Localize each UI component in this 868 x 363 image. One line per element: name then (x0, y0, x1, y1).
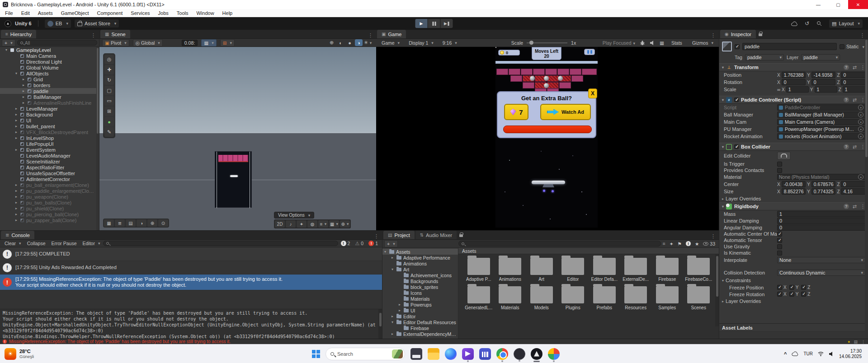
asset-folder[interactable]: Prefabs (589, 286, 620, 310)
debug-bug-icon[interactable] (640, 40, 645, 46)
paddle-controller-header[interactable]: ▾ # Paddle Controller (Script) ? ⇄ (719, 96, 868, 104)
task-view-icon[interactable] (410, 348, 422, 360)
object-reference-field[interactable]: rockets (Rocket Animation) (777, 133, 865, 140)
center-x-field[interactable]: -0.00438 (782, 181, 806, 187)
watch-ad-button[interactable]: Watch Ad (540, 104, 591, 120)
shaded-icon[interactable]: ◑ (137, 219, 146, 227)
tree-folder-item[interactable]: Editor Default Resources (382, 319, 458, 325)
foldout-icon[interactable]: ▾ (722, 98, 724, 102)
menu-item[interactable]: Assets (34, 10, 57, 16)
object-reference-field[interactable]: PaddleController (777, 104, 865, 111)
menu-item[interactable]: Edit (17, 10, 34, 16)
tab-scene[interactable]: ▦ Scene (100, 30, 130, 38)
game-mode-dropdown[interactable]: Game (379, 39, 402, 47)
expand-arrow-icon[interactable] (392, 314, 396, 318)
scene-gizmo-dropdown-icon[interactable]: ⊕ (340, 220, 350, 228)
asset-folder[interactable]: Editor Defa... (589, 258, 620, 282)
z-field[interactable]: 0 (841, 79, 865, 85)
asset-folder[interactable]: Art (526, 258, 557, 282)
object-reference-field[interactable]: BallManager (Ball Manager) (777, 112, 865, 118)
hierarchy-item[interactable]: LevelAudioManager (0, 153, 99, 158)
scene-overlay-dropdown[interactable]: ✳ (364, 39, 372, 46)
2d-toggle[interactable]: 2D (275, 220, 285, 228)
hierarchy-item[interactable]: pu_zapper_ball(Clone) (0, 217, 99, 223)
hierarchy-item[interactable]: Directional Light (0, 59, 99, 65)
tree-folder-item[interactable]: Adaptive Performance (382, 255, 458, 261)
asset-folder[interactable]: Animations (495, 258, 526, 282)
hierarchy-item[interactable]: bullet_parent (0, 123, 99, 129)
photos-icon[interactable] (548, 348, 560, 360)
file-explorer-icon[interactable] (428, 348, 439, 360)
global-toggle[interactable]: ◎ Global (133, 39, 163, 47)
hierarchy-add-button[interactable]: + (2, 39, 15, 47)
search-by-type-icon[interactable]: ⌗ (663, 241, 665, 247)
tree-folder-item[interactable]: UI (382, 307, 458, 313)
hierarchy-item[interactable]: Background (0, 112, 99, 117)
expand-arrow-icon[interactable] (15, 189, 20, 193)
asset-folder[interactable]: Editor (557, 258, 589, 282)
copilot-icon[interactable] (445, 348, 457, 360)
alert-icon[interactable]: ! (686, 241, 691, 246)
hierarchy-item[interactable]: paddle (0, 88, 99, 94)
grid-visibility-dropdown[interactable]: ▦ (201, 39, 216, 47)
store-icon[interactable] (479, 348, 491, 360)
expand-arrow-icon[interactable] (15, 148, 20, 152)
project-menu-icon[interactable] (708, 233, 719, 239)
menu-item[interactable]: File (1, 10, 17, 16)
expand-arrow-icon[interactable] (23, 89, 28, 93)
unity-editor-taskbar-icon[interactable] (531, 348, 542, 360)
constraints-foldout[interactable]: ▾ Constraints (719, 277, 868, 284)
start-button[interactable] (312, 350, 320, 358)
value-field[interactable]: 0 (777, 218, 865, 224)
account-dropdown[interactable]: EB (45, 19, 71, 28)
size-y-field[interactable]: 0.774325 (811, 188, 836, 195)
tree-folder-item[interactable]: Materials (382, 296, 458, 302)
game-menu-icon[interactable] (708, 33, 719, 38)
scene-effects-icon[interactable]: ◑ (355, 39, 363, 46)
center-y-field[interactable]: 0.678576 (811, 181, 836, 187)
tree-folder-item[interactable]: Animations (382, 261, 458, 266)
hierarchy-menu-icon[interactable] (88, 33, 99, 38)
x-field[interactable]: 1 (786, 86, 809, 93)
search-icon[interactable] (816, 21, 822, 26)
layers-icon[interactable]: ≣ (115, 219, 125, 227)
scene-grid-dropdown-icon[interactable]: ▦ (329, 220, 339, 228)
rigidbody-header[interactable]: ▾ Rigidbody ? ⇄ (719, 202, 868, 210)
asset-folder[interactable]: ExternalDe... (620, 258, 652, 282)
axis-checkbox[interactable] (777, 285, 782, 290)
grid-snap-size-field[interactable]: 0.08: (182, 40, 198, 46)
scene-lighting-icon[interactable]: ◐ (337, 39, 344, 46)
error-pause-button[interactable]: Error Pause (48, 241, 79, 246)
help-icon[interactable]: ? (844, 65, 849, 70)
layer-overrides-foldout[interactable]: ▸ Layer Overrides (719, 195, 868, 202)
game-render-area[interactable]: 0 Moves Left 20 Get an Extra Ball? X (495, 47, 598, 228)
close-button[interactable]: ✕ (848, 0, 868, 9)
presets-icon[interactable]: ⇄ (853, 144, 857, 150)
asset-folder[interactable]: Plugins (557, 286, 589, 310)
hierarchy-item[interactable]: SceneInitializer (0, 158, 99, 164)
undo-history-icon[interactable]: ↺ (805, 20, 809, 27)
aspect-ratio-dropdown[interactable]: 9:16 (440, 39, 508, 47)
object-picker-icon[interactable] (858, 105, 863, 110)
freeze-axis-toggle[interactable]: Y (789, 285, 799, 290)
hierarchy-item[interactable]: Grid (0, 76, 99, 82)
snap-settings-dropdown[interactable]: ⊞ (220, 39, 235, 47)
property-checkbox[interactable] (777, 238, 782, 243)
tree-folder-item[interactable]: block_sprites (382, 284, 458, 290)
scene-audio-toggle-icon[interactable]: ♪ (286, 220, 296, 228)
hierarchy-item[interactable]: BallManager (0, 94, 99, 100)
y-field[interactable]: -14.9358 (811, 72, 836, 78)
expand-arrow-icon[interactable] (23, 83, 28, 87)
onedrive-icon[interactable] (792, 351, 798, 356)
hierarchy-item[interactable]: EventSystem (0, 147, 99, 153)
size-z-field[interactable]: 4.16 (841, 188, 865, 195)
hierarchy-item[interactable]: borders (0, 82, 99, 88)
gizmos-dropdown[interactable]: Gizmos (689, 39, 716, 47)
axis-checkbox[interactable] (789, 285, 794, 290)
hierarchy-search-input[interactable]: All (17, 40, 97, 46)
progress-icon[interactable]: ▤ (854, 340, 858, 344)
foldout-icon[interactable]: ▾ (722, 65, 724, 70)
transform-tool[interactable]: ⊞ (104, 107, 114, 116)
wireframe-icon[interactable]: ▤ (126, 219, 136, 227)
hierarchy-item[interactable]: AdInternetCorrector (0, 176, 99, 182)
